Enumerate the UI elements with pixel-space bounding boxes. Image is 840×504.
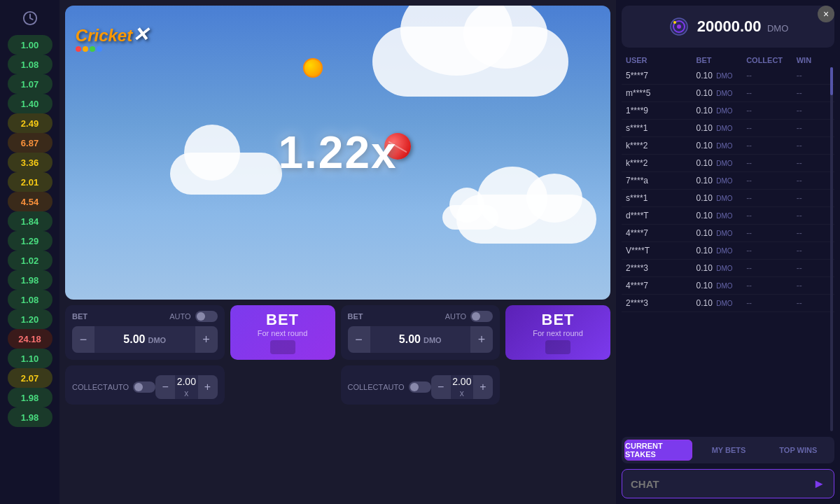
chat-input[interactable]	[631, 478, 813, 490]
multiplier-item[interactable]: 2.01	[8, 172, 52, 192]
collect-label-2: COLLECT	[348, 383, 384, 391]
scrollbar-thumb[interactable]	[830, 67, 833, 95]
balance-amount: 20000.00 DMO	[697, 18, 789, 36]
svg-point-3	[677, 24, 681, 29]
table-row: m****5 0.10 DMO -- --	[622, 85, 834, 102]
auto-label-2: AUTO	[445, 312, 466, 321]
cell-win: --	[797, 211, 830, 220]
cell-collect: --	[746, 246, 794, 255]
cell-collect: --	[746, 193, 794, 203]
cell-win: --	[797, 158, 830, 168]
bet-button-2[interactable]: BET For next round	[505, 305, 610, 360]
multiplier-item[interactable]: 1.07	[8, 74, 52, 94]
bet-btn-sublabel-1: For next round	[258, 329, 308, 337]
multiplier-item[interactable]: 3.36	[8, 153, 52, 172]
game-canvas: Cricket✕ 1.22x	[65, 6, 610, 300]
tab-1[interactable]: MY BETS	[695, 440, 762, 461]
col-win: WIN	[797, 56, 830, 64]
history-icon[interactable]	[18, 6, 43, 31]
table-rows: 5****7 0.10 DMO -- -- m****5 0.10 DMO --…	[622, 67, 834, 431]
cell-bet: 0.10 DMO	[696, 106, 744, 115]
balance-display: 20000.00 DMO	[622, 6, 834, 48]
collect-plus-1[interactable]: +	[198, 375, 218, 399]
bet-minus-1[interactable]: −	[72, 326, 94, 353]
multiplier-item[interactable]: 1.98	[8, 407, 52, 427]
tab-bar: CURRENT STAKESMY BETSTOP WINS	[622, 437, 834, 463]
cell-win: --	[797, 193, 830, 203]
cell-user: s****1	[626, 123, 694, 133]
multiplier-item[interactable]: 1.00	[8, 35, 52, 55]
collect-minus-2[interactable]: −	[431, 375, 451, 399]
close-button[interactable]: ×	[818, 6, 834, 22]
collect-auto-toggle-2[interactable]	[409, 382, 431, 393]
bet-panel-1: BET AUTO − 5.00DMO +	[65, 305, 225, 360]
table-row: k****2 0.10 DMO -- --	[622, 137, 834, 155]
collect-auto-toggle-1[interactable]	[133, 382, 155, 393]
bet-btn-label-2: BET	[542, 311, 575, 329]
multiplier-item[interactable]: 24.18	[8, 329, 52, 349]
multiplier-item[interactable]: 6.87	[8, 133, 52, 153]
multiplier-item[interactable]: 1.08	[8, 290, 52, 309]
send-icon[interactable]: ►	[813, 477, 825, 491]
collect-minus-1[interactable]: −	[155, 375, 175, 399]
auto-toggle-2[interactable]	[470, 311, 493, 322]
table-row: s****1 0.10 DMO -- --	[622, 190, 834, 207]
cloud-1	[372, 27, 568, 97]
cell-user: 4****7	[626, 281, 694, 290]
cell-win: --	[797, 106, 830, 115]
cell-bet: 0.10 DMO	[696, 71, 744, 80]
collect-plus-2[interactable]: +	[473, 375, 493, 399]
multiplier-display: 1.22x	[278, 127, 397, 178]
multiplier-item[interactable]: 1.84	[8, 211, 52, 231]
multiplier-item[interactable]: 1.98	[8, 388, 52, 407]
cell-user: d****T	[626, 211, 694, 220]
multiplier-item[interactable]: 1.98	[8, 270, 52, 290]
multiplier-item[interactable]: 1.40	[8, 94, 52, 113]
cell-bet: 0.10 DMO	[696, 263, 744, 273]
auto-toggle-1[interactable]	[195, 311, 218, 322]
cloud-small	[442, 205, 498, 230]
bet-label-2: BET	[348, 312, 363, 321]
bet-plus-2[interactable]: +	[470, 326, 493, 353]
cell-win: --	[797, 263, 830, 273]
bet-btn-sublabel-2: For next round	[533, 329, 583, 337]
table-row: 2****3 0.10 DMO -- --	[622, 295, 834, 312]
tab-0[interactable]: CURRENT STAKES	[624, 440, 692, 461]
col-bet: BET	[696, 56, 744, 64]
multiplier-item[interactable]: 2.07	[8, 368, 52, 388]
bet-button-1[interactable]: BET For next round	[230, 305, 335, 360]
table-row: 2****3 0.10 DMO -- --	[622, 260, 834, 277]
cell-win: --	[797, 88, 830, 98]
table-header: USER BET COLLECT WIN	[622, 53, 834, 67]
chat-input-row: ►	[622, 469, 834, 498]
cell-bet: 0.10 DMO	[696, 158, 744, 168]
cell-user: V****T	[626, 246, 694, 255]
cell-bet: 0.10 DMO	[696, 193, 744, 203]
table-row: d****T 0.10 DMO -- --	[622, 207, 834, 225]
game-logo: Cricket✕	[74, 14, 150, 63]
table-row: k****2 0.10 DMO -- --	[622, 155, 834, 172]
multiplier-item[interactable]: 1.20	[8, 309, 52, 329]
cell-user: s****1	[626, 193, 694, 203]
balance-icon	[668, 15, 690, 38]
cell-collect: --	[746, 281, 794, 290]
spacer-2	[505, 365, 610, 405]
multiplier-item[interactable]: 1.29	[8, 231, 52, 251]
collect-auto-label-1: AUTO	[108, 383, 129, 391]
cell-win: --	[797, 281, 830, 290]
bet-input-row-2: − 5.00DMO +	[348, 326, 493, 353]
cell-bet: 0.10 DMO	[696, 246, 744, 255]
tab-2[interactable]: TOP WINS	[765, 440, 832, 461]
bet-panel-2: BET AUTO − 5.00DMO +	[341, 305, 500, 360]
cell-win: --	[797, 298, 830, 308]
multiplier-item[interactable]: 2.49	[8, 113, 52, 133]
bet-value-2: 5.00DMO	[370, 333, 471, 346]
cell-collect: --	[746, 141, 794, 150]
bet-plus-1[interactable]: +	[195, 326, 218, 353]
multiplier-item[interactable]: 4.54	[8, 192, 52, 211]
bet-minus-2[interactable]: −	[348, 326, 370, 353]
scrollbar[interactable]	[830, 67, 833, 431]
multiplier-item[interactable]: 1.10	[8, 349, 52, 368]
multiplier-item[interactable]: 1.02	[8, 251, 52, 270]
multiplier-item[interactable]: 1.08	[8, 55, 52, 74]
